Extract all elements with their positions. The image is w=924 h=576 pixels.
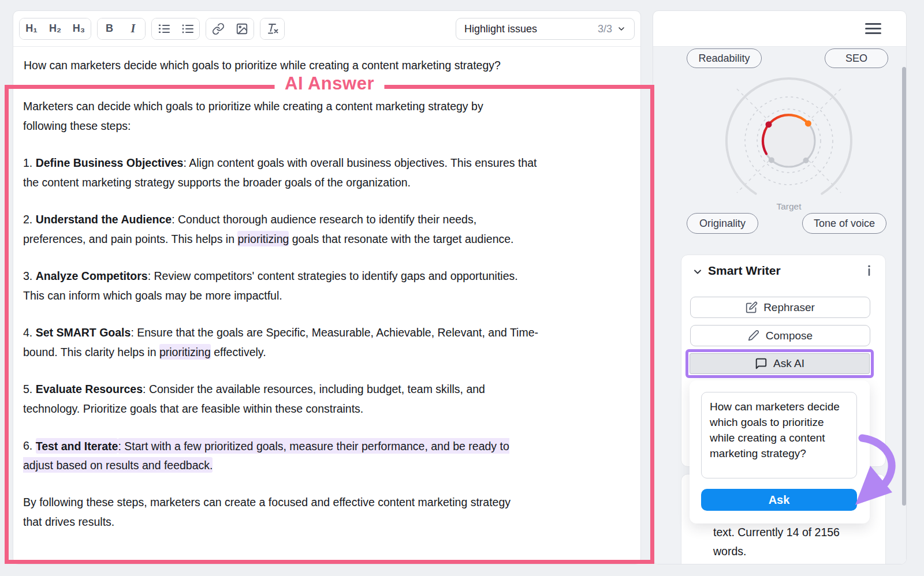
smart-writer-header: Smart Writer xyxy=(681,255,885,287)
rephraser-label: Rephraser xyxy=(763,301,815,314)
heading-buttons-group: H₁ H₂ H₃ xyxy=(19,18,91,40)
app-root: H₁ H₂ H₃ B I xyxy=(0,0,924,576)
rephraser-button[interactable]: Rephraser xyxy=(690,297,870,318)
ask-ai-question-input[interactable]: How can marketers decide which goals to … xyxy=(701,392,857,478)
ai-answer-paragraphs[interactable]: Marketers can decide which goals to prio… xyxy=(9,89,650,532)
ask-ai-popup: How can marketers decide which goals to … xyxy=(690,380,870,523)
rephraser-icon xyxy=(746,301,758,313)
unordered-list-icon xyxy=(181,22,195,36)
gauge-dot-gray-right xyxy=(803,158,809,163)
link-icon xyxy=(212,23,225,35)
highlight-issues-count: 3/3 xyxy=(598,23,612,35)
menu-icon[interactable] xyxy=(865,23,881,36)
chevron-down-icon xyxy=(617,24,626,33)
clear-format-group xyxy=(260,18,285,40)
word-count-note: text. Currently 14 of 2156 words. xyxy=(713,523,863,561)
h2-button[interactable]: H₂ xyxy=(43,18,67,39)
speech-bubble-icon xyxy=(755,357,767,370)
compose-icon xyxy=(748,330,760,342)
clear-formatting-button[interactable] xyxy=(260,18,284,39)
tone-of-voice-pill[interactable]: Tone of voice xyxy=(802,213,886,234)
list-buttons-group xyxy=(151,18,200,40)
bold-button[interactable]: B xyxy=(98,18,121,39)
format-buttons-group: B I xyxy=(97,18,146,40)
image-button[interactable] xyxy=(230,18,254,39)
ask-button[interactable]: Ask xyxy=(701,489,857,511)
clear-formatting-icon xyxy=(266,22,280,36)
italic-button[interactable]: I xyxy=(121,18,145,39)
insert-buttons-group xyxy=(206,18,254,40)
answer-paragraph: 2. Understand the Audience: Conduct thor… xyxy=(23,210,636,249)
highlight-issues-label: Highlight issues xyxy=(464,23,537,35)
gauge-target-label: Target xyxy=(776,201,802,211)
ai-answer-annotation-box: AI Answer Marketers can decide which goa… xyxy=(5,85,654,564)
answer-paragraph: 1. Define Business Objectives: Align con… xyxy=(23,154,636,192)
h3-button[interactable]: H₃ xyxy=(67,18,91,39)
readability-pill[interactable]: Readability xyxy=(687,48,762,68)
answer-paragraph: Marketers can decide which goals to prio… xyxy=(23,97,636,136)
ordered-list-button[interactable] xyxy=(152,18,176,39)
gauge-dot-gray-left xyxy=(769,157,774,163)
answer-paragraph: 4. Set SMART Goals: Ensure that the goal… xyxy=(23,323,636,362)
collapse-chevron-icon[interactable] xyxy=(692,266,703,278)
answer-paragraph: 6. Test and Iterate: Start with a few pr… xyxy=(23,436,636,475)
editor-toolbar: H₁ H₂ H₃ B I xyxy=(13,11,640,47)
answer-paragraph: 3. Analyze Competitors: Review competito… xyxy=(23,267,636,305)
ai-answer-label: AI Answer xyxy=(274,73,385,94)
gauge-dot-red xyxy=(766,121,772,128)
panel-scrollbar[interactable] xyxy=(902,67,906,506)
seo-pill[interactable]: SEO xyxy=(825,48,888,68)
h1-button[interactable]: H₁ xyxy=(20,18,43,39)
assistant-panel-body: Readability SEO xyxy=(653,47,906,564)
image-icon xyxy=(236,23,248,35)
smart-writer-title: Smart Writer xyxy=(708,264,781,278)
info-icon[interactable] xyxy=(865,265,874,276)
link-button[interactable] xyxy=(206,18,230,39)
editor-question-text[interactable]: How can marketers decide which goals to … xyxy=(24,57,630,74)
answer-paragraph: By following these steps, marketers can … xyxy=(23,493,636,532)
originality-pill[interactable]: Originality xyxy=(687,213,758,234)
ask-ai-annotation-frame: Ask AI xyxy=(685,349,874,378)
unordered-list-button[interactable] xyxy=(176,18,199,39)
compose-label: Compose xyxy=(766,330,813,342)
assistant-panel-header xyxy=(653,11,906,47)
score-gauge: Target xyxy=(711,73,867,211)
answer-paragraph: 5. Evaluate Resources: Consider the avai… xyxy=(23,380,636,418)
ask-ai-label: Ask AI xyxy=(773,357,804,370)
assistant-panel: Readability SEO xyxy=(653,10,907,564)
ask-ai-button[interactable]: Ask AI xyxy=(690,353,870,374)
compose-button[interactable]: Compose xyxy=(690,325,870,346)
gauge-dot-orange xyxy=(805,120,811,126)
ordered-list-icon xyxy=(157,22,171,36)
highlight-issues-dropdown[interactable]: Highlight issues 3/3 xyxy=(456,18,635,40)
